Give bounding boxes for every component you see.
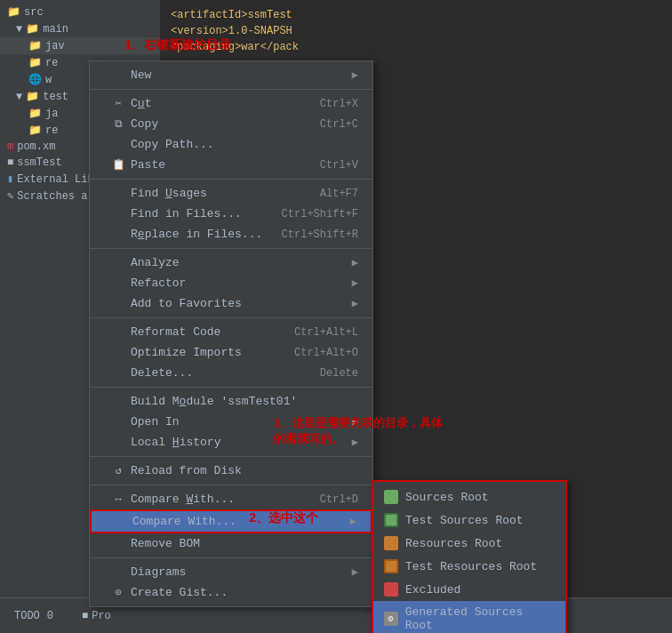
separator xyxy=(90,557,372,558)
project-icon: ■ xyxy=(7,156,13,169)
code-line: <version>1.0-SNAPSH xyxy=(171,23,661,39)
xml-icon: m xyxy=(7,140,13,153)
separator xyxy=(90,485,372,485)
sources-root-icon xyxy=(384,490,398,504)
submenu-item-sources-root[interactable]: Sources Root xyxy=(373,485,565,509)
mark-directory-label: Compare With... xyxy=(132,515,236,528)
mark-directory-submenu[interactable]: Sources Root Test Sources Root Resources… xyxy=(372,480,567,633)
submenu-arrow: ▶ xyxy=(352,297,358,310)
bottom-tab-todo[interactable]: TODO 0 xyxy=(7,606,60,626)
resources-icon xyxy=(384,536,398,550)
menu-item-create-gist[interactable]: ⊙ Create Gist... xyxy=(90,582,372,603)
pro-label: Pro xyxy=(92,610,111,622)
menu-item-find-files[interactable]: Find in Files... Ctrl+Shift+F xyxy=(90,204,372,224)
cut-icon: ✂ xyxy=(111,97,125,110)
code-line: <packaging>war</pack xyxy=(171,39,661,55)
annotation-3: 3、这里是需要关联的目录，具体的看我写的。 xyxy=(274,416,452,448)
folder-icon: 📁 xyxy=(28,56,42,69)
menu-item-compare[interactable]: ↔ Compare With... Ctrl+D xyxy=(90,489,372,509)
todo-count: 0 xyxy=(47,610,53,622)
resources-label: Resources Root xyxy=(405,537,502,550)
menu-item-refactor[interactable]: Refactor ▶ xyxy=(90,273,372,293)
menu-item-new[interactable]: New ▶ xyxy=(90,65,372,85)
menu-item-copy-path[interactable]: Copy Path... xyxy=(90,134,372,155)
submenu-item-resources[interactable]: Resources Root xyxy=(373,532,565,555)
separator xyxy=(90,387,372,388)
annotation-2: 2、选中这个 xyxy=(249,510,318,526)
submenu-item-excluded[interactable]: Excluded xyxy=(373,578,565,601)
lib-icon: ▮ xyxy=(7,172,13,186)
tree-item-main[interactable]: ▼ 📁 main xyxy=(0,20,160,37)
menu-item-replace-files[interactable]: Replace in Files... Ctrl+Shift+R xyxy=(90,224,372,244)
separator xyxy=(90,317,372,318)
menu-item-reformat[interactable]: Reformat Code Ctrl+Alt+L xyxy=(90,322,372,342)
submenu-arrow: ▶ xyxy=(352,68,358,82)
gist-icon: ⊙ xyxy=(111,586,125,599)
separator xyxy=(90,179,372,180)
menu-item-paste[interactable]: 📋 Paste Ctrl+V xyxy=(90,155,372,175)
menu-item-reload[interactable]: ↺ Reload from Disk xyxy=(90,461,372,481)
folder-icon: 📁 xyxy=(26,22,39,36)
menu-item-optimize[interactable]: Optimize Imports Ctrl+Alt+O xyxy=(90,342,372,363)
todo-label: TODO xyxy=(14,610,40,622)
progress-icon: ■ xyxy=(82,610,88,622)
annotation-1: 1、右键新建的目录 xyxy=(124,37,231,53)
menu-item-diagrams[interactable]: Diagrams ▶ xyxy=(90,562,372,582)
menu-item-copy[interactable]: ⧉ Copy Ctrl+C xyxy=(90,114,372,134)
generated-sources-label: Generated Sources Root xyxy=(405,605,555,632)
test-resources-icon xyxy=(384,559,398,573)
submenu-item-generated-sources[interactable]: ⚙ Generated Sources Root xyxy=(373,601,565,633)
code-line: <artifactId>ssmTest xyxy=(171,7,661,23)
excluded-label: Excluded xyxy=(405,583,460,597)
folder-icon: 📁 xyxy=(28,107,42,120)
reload-icon: ↺ xyxy=(111,464,125,477)
context-menu[interactable]: New ▶ ✂ Cut Ctrl+X ⧉ Copy Ctrl+C Copy Pa… xyxy=(89,60,373,607)
compare-icon: ↔ xyxy=(111,493,125,506)
menu-item-mark-directory[interactable]: Compare With... ▶ xyxy=(90,509,372,533)
file-icon: 🌐 xyxy=(28,73,42,86)
submenu-arrow: ▶ xyxy=(350,515,356,528)
separator xyxy=(90,89,372,90)
scratches-icon: ✎ xyxy=(7,189,13,203)
copy-icon: ⧉ xyxy=(111,118,125,131)
folder-icon: 📁 xyxy=(26,90,39,103)
menu-item-cut[interactable]: ✂ Cut Ctrl+X xyxy=(90,93,372,114)
test-resources-label: Test Resources Root xyxy=(405,560,537,573)
separator xyxy=(90,456,372,457)
sources-root-label: Sources Root xyxy=(405,491,489,504)
excluded-icon xyxy=(384,582,398,597)
submenu-item-test-resources[interactable]: Test Resources Root xyxy=(373,555,565,578)
paste-icon: 📋 xyxy=(111,158,125,172)
menu-item-find-usages[interactable]: Find Usages Alt+F7 xyxy=(90,183,372,204)
submenu-arrow: ▶ xyxy=(352,565,358,579)
tree-item-src[interactable]: 📁 src xyxy=(0,4,160,20)
folder-icon: 📁 xyxy=(7,5,20,19)
folder-icon: 📁 xyxy=(28,39,42,52)
generated-sources-icon: ⚙ xyxy=(384,612,398,626)
menu-item-favorites[interactable]: Add to Favorites ▶ xyxy=(90,293,372,314)
separator xyxy=(90,248,372,249)
menu-item-remove-bom[interactable]: Remove BOM xyxy=(90,533,372,554)
test-sources-label: Test Sources Root xyxy=(405,514,524,527)
menu-item-delete[interactable]: Delete... Delete xyxy=(90,363,372,383)
bottom-tab-pro[interactable]: ■ Pro xyxy=(75,606,118,626)
menu-item-build[interactable]: Build Module 'ssmTest01' xyxy=(90,391,372,412)
folder-icon: 📁 xyxy=(28,124,42,137)
submenu-arrow: ▶ xyxy=(352,276,358,290)
submenu-item-test-sources[interactable]: Test Sources Root xyxy=(373,509,565,532)
menu-item-analyze[interactable]: Analyze ▶ xyxy=(90,252,372,273)
submenu-arrow: ▶ xyxy=(352,256,358,269)
test-sources-icon xyxy=(384,513,398,527)
